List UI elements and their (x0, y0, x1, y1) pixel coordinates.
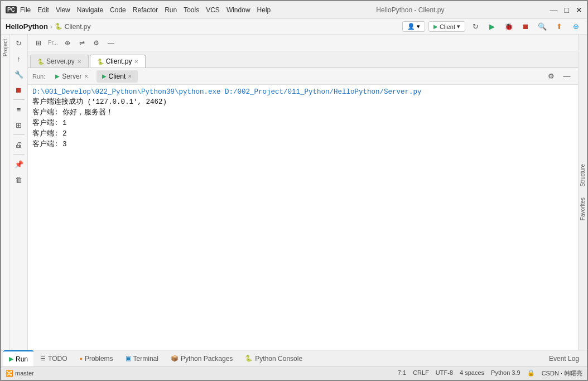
menu-file[interactable]: File (20, 6, 31, 14)
run-output: D:\001_Develop\022_Python\Python39\pytho… (28, 85, 578, 350)
breadcrumb-right-icons: 👤 ▾ ▶ Client ▾ ↻ ▶ 🐞 ⏹ 🔍 ⬆ ⊕ (402, 20, 582, 33)
menu-navigate[interactable]: Navigate (77, 6, 103, 14)
run-server-close[interactable]: ✕ (84, 74, 89, 79)
run-button[interactable]: ▶ (485, 20, 499, 33)
status-line-ending[interactable]: CRLF (413, 369, 429, 378)
run-config-dropdown-icon: ▾ (457, 23, 460, 30)
status-git[interactable]: 🔀 master (6, 370, 34, 377)
status-encoding[interactable]: UTF-8 (436, 369, 453, 378)
run-minimize-btn[interactable]: — (560, 70, 573, 83)
run-server-play-icon: ▶ (55, 73, 60, 79)
menu-window[interactable]: Window (226, 6, 250, 14)
bottom-tab-python-console[interactable]: 🐍 Python Console (239, 350, 308, 366)
search-button[interactable]: 🔍 (536, 20, 549, 33)
left-toolbar: ↻ ↑ 🔧 ⏹ ≡ ⊞ 🖨 📌 🗑 (10, 35, 28, 350)
toolbar-stop-icon[interactable]: ⏹ (12, 83, 26, 97)
bottom-problems-label: Problems (85, 355, 113, 363)
window-title: HelloPython - Client.py (376, 6, 444, 14)
app-window: PC File Edit View Navigate Code Refactor… (1, 1, 587, 380)
favorites-tab[interactable]: Favorites (579, 194, 587, 224)
bottom-tab-problems[interactable]: ● Problems (74, 350, 118, 366)
menu-tools[interactable]: Tools (184, 6, 199, 14)
bottom-tab-terminal[interactable]: ▣ Terminal (120, 350, 164, 366)
server-tab-close[interactable]: ✕ (77, 59, 81, 65)
run-tab-server[interactable]: ▶ Server ✕ (50, 70, 94, 83)
toolbar-settings-btn[interactable]: ⚙ (90, 37, 103, 49)
menu-help[interactable]: Help (257, 6, 271, 14)
run-client-label: Client (109, 73, 126, 80)
project-tab-label[interactable]: Project (1, 37, 9, 59)
run-command-line: D:\001_Develop\022_Python\Python39\pytho… (32, 88, 573, 96)
title-bar-left: PC File Edit View Navigate Code Refactor… (6, 6, 271, 14)
run-client-close[interactable]: ✕ (128, 74, 132, 79)
rerun-button[interactable]: ↻ (469, 20, 482, 33)
user-icon-button[interactable]: 👤 ▾ (402, 21, 425, 32)
toolbar-format-icon[interactable]: ≡ (12, 102, 26, 117)
bottom-tab-run[interactable]: ▶ Run (3, 350, 33, 366)
client-tab-close[interactable]: ✕ (134, 59, 138, 65)
todo-icon: ☰ (40, 355, 46, 362)
toolbar-grid-btn[interactable]: ⊞ (32, 37, 45, 49)
debug-button[interactable]: 🐞 (502, 20, 515, 33)
title-bar: PC File Edit View Navigate Code Refactor… (1, 1, 587, 19)
file-tab-server[interactable]: 🐍 Server.py ✕ (30, 55, 89, 67)
toolbar-print-icon[interactable]: 🖨 (12, 137, 26, 152)
run-settings-btn[interactable]: ⚙ (544, 70, 558, 83)
ide-logo: PC (6, 6, 17, 13)
output-line-3: 客户端: 2 (32, 129, 573, 138)
extra-button[interactable]: ⊕ (569, 20, 582, 33)
bottom-tabs: ▶ Run ☰ TODO ● Problems ▣ Terminal 📦 Pyt… (1, 350, 587, 366)
toolbar-rerun-icon[interactable]: ↻ (12, 36, 26, 50)
project-side-tab: Project (1, 35, 10, 350)
breadcrumb-file-icon: 🐍 (55, 23, 62, 30)
toolbar-minus-btn[interactable]: — (105, 37, 117, 49)
menu-view[interactable]: View (56, 6, 70, 14)
bottom-tab-todo[interactable]: ☰ TODO (35, 350, 73, 366)
editor-area: ⊞ Pr... ⊕ ⇌ ⚙ — 🐍 Server.py ✕ 🐍 Client.p… (28, 35, 578, 350)
status-indent[interactable]: 4 spaces (460, 369, 484, 378)
stop-button[interactable]: ⏹ (519, 20, 532, 33)
editor-toolbar: ⊞ Pr... ⊕ ⇌ ⚙ — (28, 35, 578, 51)
run-config-button[interactable]: ▶ Client ▾ (428, 21, 465, 32)
bottom-tab-python-packages[interactable]: 📦 Python Packages (165, 350, 238, 366)
status-python-version[interactable]: Python 3.9 (491, 369, 520, 378)
status-bar: 🔀 master 7:1 CRLF UTF-8 4 spaces Python … (1, 366, 587, 380)
close-button[interactable]: ✕ (576, 6, 582, 15)
minimize-button[interactable]: — (550, 6, 558, 15)
python-console-icon: 🐍 (245, 355, 253, 362)
maximize-button[interactable]: □ (565, 6, 569, 15)
menu-run[interactable]: Run (165, 6, 177, 14)
right-side-tabs: Structure Favorites (578, 35, 587, 350)
bottom-terminal-label: Terminal (133, 355, 158, 363)
toolbar-up-icon[interactable]: ↑ (12, 51, 26, 66)
breadcrumb-file[interactable]: Client.py (65, 23, 91, 31)
update-button[interactable]: ⬆ (552, 20, 566, 33)
output-line-1: 客户端: 你好，服务器！ (32, 108, 573, 117)
toolbar-collapse-btn[interactable]: ⇌ (76, 37, 88, 49)
menu-code[interactable]: Code (110, 6, 126, 14)
client-tab-icon: 🐍 (97, 59, 104, 65)
bottom-tab-event-log[interactable]: Event Log (543, 350, 585, 366)
terminal-icon: ▣ (126, 355, 131, 362)
structure-tab[interactable]: Structure (579, 161, 587, 190)
run-tab-play-icon: ▶ (9, 355, 13, 363)
run-tab-client[interactable]: ▶ Client ✕ (97, 70, 138, 83)
menu-refactor[interactable]: Refactor (133, 6, 158, 14)
toolbar-delete-icon[interactable]: 🗑 (12, 172, 26, 187)
toolbar-grid-icon[interactable]: ⊞ (12, 118, 26, 132)
status-position[interactable]: 7:1 (398, 369, 406, 378)
breadcrumb-project[interactable]: HelloPython (6, 22, 48, 31)
toolbar-pin-icon[interactable]: 📌 (12, 157, 26, 171)
menu-bar: File Edit View Navigate Code Refactor Ru… (20, 6, 271, 14)
file-tab-client[interactable]: 🐍 Client.py ✕ (90, 55, 146, 67)
problems-icon: ● (79, 356, 82, 361)
toolbar-add-btn[interactable]: ⊕ (61, 37, 74, 49)
toolbar-wrench-icon[interactable]: 🔧 (12, 67, 26, 81)
server-tab-label: Server.py (46, 57, 75, 65)
menu-edit[interactable]: Edit (37, 6, 49, 14)
user-dropdown-icon: ▾ (417, 23, 420, 30)
toolbar-separator-1 (13, 99, 25, 100)
run-header: Run: ▶ Server ✕ ▶ Client ✕ ⚙ — (28, 68, 578, 85)
menu-vcs[interactable]: VCS (206, 6, 220, 14)
run-server-label: Server (62, 73, 81, 80)
